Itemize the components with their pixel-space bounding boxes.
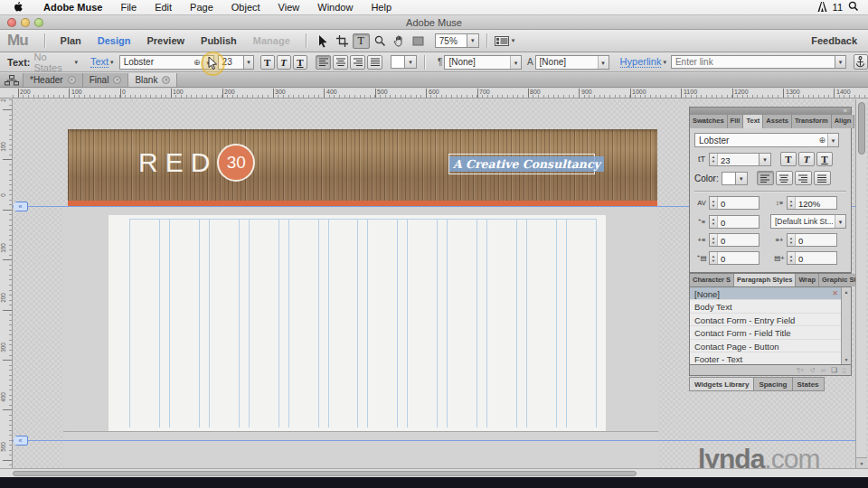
text-tool[interactable]: T	[353, 33, 370, 49]
bold-button[interactable]: T	[260, 55, 275, 70]
panel-italic-button[interactable]: T	[798, 152, 815, 166]
design-canvas[interactable]: 200 100 0 100 200 300 400 500 RED 30 « «…	[0, 99, 868, 468]
chevron-down-icon[interactable]: ▾	[760, 153, 771, 166]
style-item[interactable]: Contact Form - Entry Field	[690, 314, 842, 326]
hyperlink-dropdown[interactable]: ▾	[835, 55, 846, 69]
zoom-level-select[interactable]: 75% ▾	[435, 33, 479, 48]
footer-guide-marker[interactable]: «	[13, 436, 28, 446]
rectangle-tool[interactable]	[410, 33, 427, 49]
tab-text[interactable]: Text	[743, 115, 763, 128]
color-swatch[interactable]	[722, 172, 736, 185]
zoom-tool[interactable]	[372, 33, 389, 49]
scroll-down-icon[interactable]: ▼	[856, 457, 867, 468]
close-icon[interactable]: ✕	[68, 76, 76, 84]
nav-plan[interactable]: Plan	[52, 35, 90, 46]
view-options-button[interactable]: ▾	[495, 35, 515, 47]
chevron-down-icon[interactable]: ▾	[467, 33, 479, 48]
chevron-down-icon[interactable]: ▾	[510, 56, 521, 69]
nav-publish[interactable]: Publish	[193, 35, 245, 46]
tab-final[interactable]: Final ✕	[83, 73, 129, 87]
left-indent-stepper[interactable]: ▲▼0	[709, 233, 760, 247]
header-guide-marker[interactable]: «	[13, 202, 28, 211]
chevron-down-icon[interactable]: ▾	[203, 56, 213, 69]
footer-guide-line[interactable]	[13, 440, 855, 441]
font-size-dropdown[interactable]: ▾	[244, 55, 255, 70]
paragraph-style-select[interactable]: [None] ▾	[444, 55, 522, 70]
apple-menu-icon[interactable]	[14, 2, 24, 13]
style-item[interactable]: Contact Form - Field Title	[690, 326, 842, 339]
tab-widgets-library[interactable]: Widgets Library	[689, 377, 754, 391]
close-icon[interactable]: ✕	[162, 76, 170, 84]
tab-assets[interactable]: Assets	[763, 115, 792, 128]
text-menu-link[interactable]: Text	[90, 56, 108, 68]
align-justify-button[interactable]	[367, 55, 382, 70]
style-item[interactable]: Contact Page - Button	[690, 340, 842, 352]
space-before-stepper[interactable]: ▲▼0	[709, 251, 760, 265]
panel-underline-button[interactable]: T	[816, 152, 833, 166]
align-right-button[interactable]	[350, 55, 365, 70]
spotlight-icon[interactable]	[848, 1, 859, 14]
style-item[interactable]: Footer - Text	[690, 352, 842, 365]
tab-character-styles[interactable]: Character S	[690, 274, 734, 286]
style-item-none[interactable]: [None] ✕	[690, 287, 842, 300]
first-line-indent-stepper[interactable]: ▲▼0	[709, 215, 760, 229]
scrollbar-thumb[interactable]	[13, 471, 637, 476]
panel-font-select[interactable]: Lobster ⊕ ▾	[694, 133, 839, 147]
sitemap-icon[interactable]	[0, 73, 24, 87]
menu-file[interactable]: File	[111, 2, 146, 13]
tab-transform[interactable]: Transform	[792, 115, 832, 128]
nav-design[interactable]: Design	[90, 35, 139, 46]
close-icon[interactable]: ✕	[113, 76, 121, 84]
styles-list-scrollbar[interactable]: ▲ ▼	[841, 287, 851, 364]
tagline-selected-text[interactable]: A Creative Consultancy	[449, 156, 604, 172]
menu-edit[interactable]: Edit	[146, 2, 181, 13]
tab-paragraph-styles[interactable]: Paragraph Styles	[734, 274, 796, 286]
chevron-down-icon[interactable]: ▾	[835, 215, 845, 228]
hyperlink-input[interactable]	[671, 55, 835, 69]
character-style-select[interactable]: [None] ▾	[535, 55, 609, 70]
tracking-stepper[interactable]: ▲▼0	[709, 196, 760, 210]
menu-view[interactable]: View	[269, 2, 309, 13]
tagline-text-frame[interactable]: A Creative Consultancy	[448, 154, 595, 174]
hyperlink-menu[interactable]: Hyperlink	[620, 56, 662, 68]
menu-page[interactable]: Page	[181, 2, 222, 13]
chevron-down-icon[interactable]: ▾	[405, 55, 417, 69]
color-swatch[interactable]	[391, 55, 405, 69]
right-indent-stepper[interactable]: ▲▼0	[787, 233, 837, 247]
menu-app[interactable]: Adobe Muse	[34, 2, 111, 13]
font-family-select[interactable]: Lobster ⊕ ▾	[119, 55, 214, 70]
new-style-icon[interactable]: ❏	[831, 366, 837, 374]
anchor-button[interactable]	[854, 54, 868, 70]
vertical-scrollbar[interactable]: ▼	[855, 99, 866, 468]
crop-tool[interactable]	[334, 33, 351, 49]
tab-align[interactable]: Align	[832, 115, 855, 128]
panel-bold-button[interactable]: T	[780, 152, 797, 166]
tab-spacing[interactable]: Spacing	[754, 377, 792, 391]
menu-window[interactable]: Window	[308, 2, 362, 13]
collapse-panels-icon[interactable]: »	[689, 107, 852, 115]
tab-header[interactable]: *Header ✕	[24, 73, 83, 87]
chevron-down-icon[interactable]: ▾	[736, 172, 748, 185]
panel-color-picker[interactable]: ▾	[722, 172, 748, 185]
text-color-picker[interactable]: ▾	[391, 55, 417, 69]
menu-object[interactable]: Object	[222, 2, 269, 13]
panel-font-size-stepper[interactable]: ▲▼ 23	[709, 153, 760, 166]
panel-align-justify-button[interactable]	[814, 171, 831, 185]
tab-wrap[interactable]: Wrap	[796, 274, 819, 286]
tab-blank[interactable]: Blank ✕	[128, 73, 177, 87]
feedback-button[interactable]: Feedback	[811, 35, 857, 46]
tab-swatches[interactable]: Swatches	[690, 115, 728, 128]
underline-button[interactable]: T	[293, 55, 307, 70]
adobe-logo-icon[interactable]	[817, 2, 827, 14]
panel-align-left-button[interactable]	[757, 171, 774, 185]
leading-stepper[interactable]: ▲▼120%	[787, 196, 837, 210]
style-item[interactable]: Body Text	[690, 300, 842, 313]
title-bar[interactable]: Adobe Muse	[0, 15, 868, 30]
hand-tool[interactable]	[391, 33, 408, 49]
selection-tool[interactable]	[315, 33, 332, 49]
chevron-down-icon[interactable]: ▾	[598, 56, 609, 69]
italic-button[interactable]: T	[277, 55, 291, 70]
scrollbar-thumb[interactable]	[858, 102, 865, 155]
tab-fill[interactable]: Fill	[728, 115, 744, 128]
panel-align-right-button[interactable]	[795, 171, 812, 185]
